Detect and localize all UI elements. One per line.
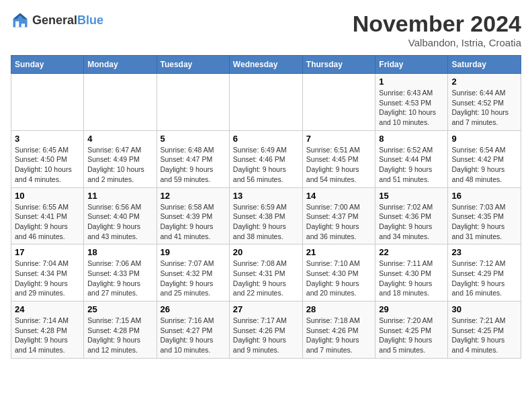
- calendar-cell: 2Sunrise: 6:44 AM Sunset: 4:52 PM Daylig…: [448, 74, 521, 131]
- calendar-cell: [157, 74, 229, 131]
- day-number: 9: [451, 134, 517, 144]
- calendar-cell: 19Sunrise: 7:07 AM Sunset: 4:32 PM Dayli…: [157, 244, 229, 302]
- day-number: 25: [87, 304, 152, 314]
- day-info: Sunrise: 6:48 AM Sunset: 4:47 PM Dayligh…: [161, 145, 226, 185]
- day-info: Sunrise: 7:07 AM Sunset: 4:32 PM Dayligh…: [161, 259, 226, 298]
- day-info: Sunrise: 7:15 AM Sunset: 4:28 PM Dayligh…: [87, 316, 152, 355]
- calendar-cell: 5Sunrise: 6:48 AM Sunset: 4:47 PM Daylig…: [157, 130, 229, 187]
- calendar-cell: 3Sunrise: 6:45 AM Sunset: 4:50 PM Daylig…: [11, 130, 84, 187]
- calendar-cell: 13Sunrise: 6:59 AM Sunset: 4:38 PM Dayli…: [229, 187, 302, 244]
- day-number: 18: [87, 247, 152, 257]
- calendar-cell: 27Sunrise: 7:17 AM Sunset: 4:26 PM Dayli…: [229, 302, 302, 359]
- day-info: Sunrise: 7:21 AM Sunset: 4:25 PM Dayligh…: [451, 316, 517, 355]
- day-info: Sunrise: 6:54 AM Sunset: 4:42 PM Dayligh…: [451, 145, 517, 185]
- day-info: Sunrise: 7:18 AM Sunset: 4:26 PM Dayligh…: [306, 316, 372, 355]
- calendar-cell: 26Sunrise: 7:16 AM Sunset: 4:27 PM Dayli…: [157, 302, 229, 359]
- calendar-cell: 7Sunrise: 6:51 AM Sunset: 4:45 PM Daylig…: [302, 130, 375, 187]
- day-number: 7: [306, 134, 372, 144]
- day-number: 5: [161, 134, 226, 144]
- calendar-cell: 22Sunrise: 7:11 AM Sunset: 4:30 PM Dayli…: [375, 244, 448, 302]
- week-row-3: 10Sunrise: 6:55 AM Sunset: 4:41 PM Dayli…: [11, 187, 521, 244]
- day-number: 17: [15, 247, 80, 257]
- day-info: Sunrise: 6:56 AM Sunset: 4:40 PM Dayligh…: [87, 202, 152, 242]
- calendar-cell: 24Sunrise: 7:14 AM Sunset: 4:28 PM Dayli…: [11, 302, 84, 359]
- day-info: Sunrise: 6:58 AM Sunset: 4:39 PM Dayligh…: [161, 202, 226, 242]
- calendar-cell: 20Sunrise: 7:08 AM Sunset: 4:31 PM Dayli…: [229, 244, 302, 302]
- day-number: 29: [379, 304, 444, 314]
- day-info: Sunrise: 7:11 AM Sunset: 4:30 PM Dayligh…: [379, 259, 444, 298]
- calendar-table: SundayMondayTuesdayWednesdayThursdayFrid…: [11, 55, 521, 359]
- day-info: Sunrise: 6:43 AM Sunset: 4:53 PM Dayligh…: [379, 88, 444, 128]
- day-number: 19: [161, 247, 226, 257]
- month-title: November 2024: [353, 11, 521, 37]
- day-number: 6: [233, 134, 299, 144]
- day-number: 22: [379, 247, 444, 257]
- day-header-tuesday: Tuesday: [157, 56, 229, 74]
- day-number: 3: [15, 134, 80, 144]
- calendar-cell: 15Sunrise: 7:02 AM Sunset: 4:36 PM Dayli…: [375, 187, 448, 244]
- calendar-cell: 1Sunrise: 6:43 AM Sunset: 4:53 PM Daylig…: [375, 74, 448, 131]
- calendar-cell: 29Sunrise: 7:20 AM Sunset: 4:25 PM Dayli…: [375, 302, 448, 359]
- day-number: 21: [306, 247, 372, 257]
- week-row-2: 3Sunrise: 6:45 AM Sunset: 4:50 PM Daylig…: [11, 130, 521, 187]
- day-info: Sunrise: 7:04 AM Sunset: 4:34 PM Dayligh…: [15, 259, 80, 298]
- day-info: Sunrise: 7:20 AM Sunset: 4:25 PM Dayligh…: [379, 316, 444, 355]
- week-row-5: 24Sunrise: 7:14 AM Sunset: 4:28 PM Dayli…: [11, 302, 521, 359]
- day-info: Sunrise: 6:51 AM Sunset: 4:45 PM Dayligh…: [306, 145, 372, 185]
- day-info: Sunrise: 7:14 AM Sunset: 4:28 PM Dayligh…: [15, 316, 80, 355]
- day-info: Sunrise: 6:47 AM Sunset: 4:49 PM Dayligh…: [87, 145, 152, 185]
- calendar-cell: [84, 74, 157, 131]
- day-info: Sunrise: 6:49 AM Sunset: 4:46 PM Dayligh…: [233, 145, 299, 185]
- day-number: 8: [379, 134, 444, 144]
- day-header-sunday: Sunday: [11, 56, 84, 74]
- calendar-cell: [229, 74, 302, 131]
- logo-blue: Blue: [77, 13, 103, 27]
- calendar-cell: 16Sunrise: 7:03 AM Sunset: 4:35 PM Dayli…: [448, 187, 521, 244]
- calendar-cell: 9Sunrise: 6:54 AM Sunset: 4:42 PM Daylig…: [448, 130, 521, 187]
- day-info: Sunrise: 6:52 AM Sunset: 4:44 PM Dayligh…: [379, 145, 444, 185]
- calendar-cell: 25Sunrise: 7:15 AM Sunset: 4:28 PM Dayli…: [84, 302, 157, 359]
- day-info: Sunrise: 7:00 AM Sunset: 4:37 PM Dayligh…: [306, 202, 372, 242]
- day-number: 14: [306, 191, 372, 201]
- calendar-cell: [302, 74, 375, 131]
- day-info: Sunrise: 6:55 AM Sunset: 4:41 PM Dayligh…: [15, 202, 80, 242]
- calendar-cell: 14Sunrise: 7:00 AM Sunset: 4:37 PM Dayli…: [302, 187, 375, 244]
- day-info: Sunrise: 7:06 AM Sunset: 4:33 PM Dayligh…: [87, 259, 152, 298]
- day-info: Sunrise: 7:03 AM Sunset: 4:35 PM Dayligh…: [451, 202, 517, 242]
- day-info: Sunrise: 7:17 AM Sunset: 4:26 PM Dayligh…: [233, 316, 299, 355]
- day-info: Sunrise: 6:59 AM Sunset: 4:38 PM Dayligh…: [233, 202, 299, 242]
- day-header-friday: Friday: [375, 56, 448, 74]
- day-header-thursday: Thursday: [302, 56, 375, 74]
- day-number: 13: [233, 191, 299, 201]
- calendar-cell: 30Sunrise: 7:21 AM Sunset: 4:25 PM Dayli…: [448, 302, 521, 359]
- day-number: 30: [451, 304, 517, 314]
- day-number: 10: [15, 191, 80, 201]
- calendar-cell: 23Sunrise: 7:12 AM Sunset: 4:29 PM Dayli…: [448, 244, 521, 302]
- day-info: Sunrise: 7:02 AM Sunset: 4:36 PM Dayligh…: [379, 202, 444, 242]
- calendar-cell: 6Sunrise: 6:49 AM Sunset: 4:46 PM Daylig…: [229, 130, 302, 187]
- day-info: Sunrise: 7:10 AM Sunset: 4:30 PM Dayligh…: [306, 259, 372, 298]
- day-number: 15: [379, 191, 444, 201]
- calendar-cell: 17Sunrise: 7:04 AM Sunset: 4:34 PM Dayli…: [11, 244, 84, 302]
- subtitle: Valbandon, Istria, Croatia: [353, 37, 521, 48]
- week-row-1: 1Sunrise: 6:43 AM Sunset: 4:53 PM Daylig…: [11, 74, 521, 131]
- week-row-4: 17Sunrise: 7:04 AM Sunset: 4:34 PM Dayli…: [11, 244, 521, 302]
- calendar-cell: 4Sunrise: 6:47 AM Sunset: 4:49 PM Daylig…: [84, 130, 157, 187]
- day-header-saturday: Saturday: [448, 56, 521, 74]
- day-info: Sunrise: 6:45 AM Sunset: 4:50 PM Dayligh…: [15, 145, 80, 185]
- calendar-cell: 21Sunrise: 7:10 AM Sunset: 4:30 PM Dayli…: [302, 244, 375, 302]
- day-header-monday: Monday: [84, 56, 157, 74]
- svg-rect-3: [21, 24, 25, 27]
- calendar-cell: 8Sunrise: 6:52 AM Sunset: 4:44 PM Daylig…: [375, 130, 448, 187]
- day-number: 28: [306, 304, 372, 314]
- logo-general: General: [32, 13, 77, 27]
- day-header-wednesday: Wednesday: [229, 56, 302, 74]
- calendar-cell: 10Sunrise: 6:55 AM Sunset: 4:41 PM Dayli…: [11, 187, 84, 244]
- day-number: 12: [161, 191, 226, 201]
- calendar-cell: 28Sunrise: 7:18 AM Sunset: 4:26 PM Dayli…: [302, 302, 375, 359]
- logo: GeneralBlue: [11, 11, 103, 30]
- title-area: November 2024 Valbandon, Istria, Croatia: [353, 11, 521, 48]
- svg-rect-2: [15, 21, 19, 28]
- calendar-cell: 18Sunrise: 7:06 AM Sunset: 4:33 PM Dayli…: [84, 244, 157, 302]
- calendar-cell: 11Sunrise: 6:56 AM Sunset: 4:40 PM Dayli…: [84, 187, 157, 244]
